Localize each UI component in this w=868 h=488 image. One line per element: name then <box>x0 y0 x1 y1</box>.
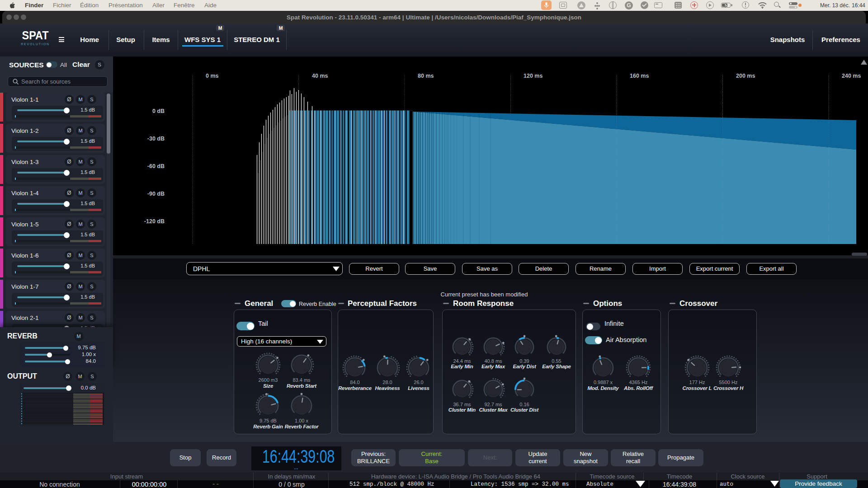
svg-text:-120 dB: -120 dB <box>144 218 165 225</box>
svg-text:80 ms: 80 ms <box>418 73 434 79</box>
svg-text:120 ms: 120 ms <box>524 73 542 79</box>
svg-text:40 ms: 40 ms <box>312 73 328 79</box>
svg-text:-60 dB: -60 dB <box>147 163 165 169</box>
svg-text:240 ms: 240 ms <box>842 73 861 79</box>
svg-text:200 ms: 200 ms <box>736 73 755 79</box>
svg-text:0 dB: 0 dB <box>152 108 165 114</box>
svg-text:0 ms: 0 ms <box>206 73 219 79</box>
svg-text:-30 dB: -30 dB <box>147 136 165 142</box>
svg-text:160 ms: 160 ms <box>630 73 649 79</box>
svg-text:-90 dB: -90 dB <box>147 191 165 197</box>
